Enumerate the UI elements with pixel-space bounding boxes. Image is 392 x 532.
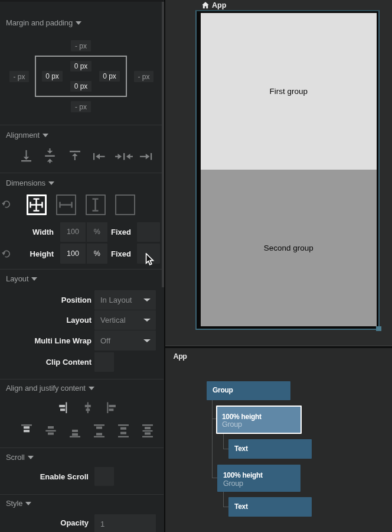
- section-header-alignment[interactable]: Alignment: [6, 131, 48, 140]
- breadcrumb[interactable]: App: [202, 1, 226, 9]
- justify-start-icon[interactable]: [21, 424, 32, 437]
- section-title: Align and justify content: [6, 384, 86, 392]
- clip-content-checkbox[interactable]: [94, 352, 114, 372]
- padding-right-input[interactable]: 0 px: [99, 71, 120, 82]
- align-items-right-icon[interactable]: [59, 402, 67, 414]
- width-label: Width: [0, 228, 54, 236]
- opacity-label: Opacity: [0, 518, 89, 527]
- opacity-value: 1: [100, 520, 104, 528]
- breadcrumb-label: App: [212, 1, 226, 9]
- margin-top-input[interactable]: - px: [71, 40, 91, 51]
- align-vertical-center-icon[interactable]: [45, 148, 55, 163]
- section-divider: [0, 494, 164, 495]
- node-group-first-selected[interactable]: 100% height Group: [216, 406, 302, 434]
- node-subtitle: Group: [222, 421, 300, 429]
- size-mode-none-button[interactable]: [115, 194, 136, 215]
- first-group[interactable]: First group: [201, 13, 377, 170]
- dropdown-caret-icon: [143, 299, 151, 301]
- section-header-layout[interactable]: Layout: [6, 274, 37, 283]
- node-group-second[interactable]: 100% height Group: [217, 465, 300, 492]
- node-subtitle: Group: [223, 480, 300, 488]
- app-window: Margin and padding - px - px - px - px 0…: [0, 0, 392, 532]
- clip-content-label: Clip Content: [0, 358, 92, 366]
- section-header-dimensions[interactable]: Dimensions: [6, 179, 54, 187]
- multi-line-wrap-label: Multi Line Wrap: [0, 336, 92, 345]
- size-mode-height-icon: [89, 198, 102, 212]
- collapse-caret-icon: [89, 387, 94, 390]
- padding-bottom-input[interactable]: 0 px: [70, 81, 92, 92]
- reset-size-mode-icon[interactable]: [2, 199, 11, 209]
- width-value-input[interactable]: 100: [60, 222, 86, 242]
- panel-top-edge: [0, 0, 164, 2]
- size-mode-width-button[interactable]: [56, 194, 77, 215]
- section-header-margin-padding[interactable]: Margin and padding: [6, 18, 81, 27]
- section-divider: [0, 447, 164, 448]
- position-dropdown[interactable]: In Layout: [94, 290, 156, 310]
- justify-space-evenly-icon[interactable]: [142, 424, 153, 437]
- node-title: 100% height: [222, 413, 300, 421]
- node-title: Group: [213, 387, 233, 395]
- justify-end-icon[interactable]: [70, 424, 80, 437]
- justify-space-between-icon[interactable]: [94, 424, 104, 437]
- align-items-left-icon[interactable]: [107, 402, 116, 414]
- frame-resize-handle[interactable]: [376, 326, 381, 332]
- collapse-caret-icon: [76, 21, 81, 25]
- align-left-icon[interactable]: [93, 153, 105, 161]
- opacity-input[interactable]: 1: [94, 514, 156, 532]
- margin-left-input[interactable]: - px: [9, 71, 29, 82]
- node-group-root[interactable]: Group: [207, 381, 290, 400]
- section-title: Margin and padding: [6, 18, 73, 27]
- section-title: Dimensions: [6, 179, 45, 187]
- collapse-caret-icon: [31, 277, 37, 281]
- height-value-input[interactable]: 100: [60, 244, 86, 264]
- section-title: Layout: [6, 274, 28, 283]
- home-icon: [202, 2, 209, 9]
- app-canvas-frame[interactable]: First group Second group: [195, 10, 380, 330]
- size-mode-both-icon: [30, 198, 43, 212]
- section-header-style[interactable]: Style: [6, 499, 31, 508]
- connector-line: [223, 492, 224, 507]
- dropdown-caret-icon: [143, 319, 151, 322]
- node-text-second[interactable]: Text: [228, 497, 312, 517]
- size-mode-height-button[interactable]: [86, 194, 106, 215]
- width-fixed-label: Fixed: [94, 228, 131, 236]
- enable-scroll-checkbox[interactable]: [94, 467, 114, 486]
- align-bottom-icon[interactable]: [21, 149, 31, 163]
- align-top-icon[interactable]: [70, 149, 80, 162]
- justify-space-around-icon[interactable]: [118, 424, 129, 437]
- section-title: Alignment: [6, 131, 40, 140]
- section-divider: [0, 379, 164, 379]
- node-text-first[interactable]: Text: [228, 439, 312, 459]
- width-fixed-checkbox[interactable]: [137, 222, 160, 242]
- dropdown-caret-icon: [143, 339, 151, 342]
- justify-center-icon[interactable]: [45, 424, 56, 437]
- collapse-caret-icon: [25, 502, 31, 505]
- position-label: Position: [0, 296, 92, 304]
- align-horizontal-center-icon[interactable]: [115, 153, 133, 161]
- margin-right-input[interactable]: - px: [134, 71, 153, 82]
- height-label: Height: [0, 249, 54, 258]
- padding-left-input[interactable]: 0 px: [42, 71, 63, 82]
- margin-bottom-input[interactable]: - px: [71, 101, 91, 112]
- connector-line: [223, 507, 228, 507]
- collapse-caret-icon: [28, 456, 34, 459]
- connector-line: [212, 400, 213, 478]
- node-title: Text: [234, 445, 248, 453]
- section-header-scroll[interactable]: Scroll: [6, 453, 34, 462]
- section-header-align-justify[interactable]: Align and justify content: [6, 384, 94, 392]
- layout-dropdown[interactable]: Vertical: [94, 310, 156, 330]
- second-group[interactable]: Second group: [201, 170, 377, 327]
- properties-panel: Margin and padding - px - px - px - px 0…: [0, 0, 164, 532]
- connector-line: [223, 434, 224, 449]
- app-canvas-content: First group Second group: [201, 13, 377, 327]
- align-right-icon[interactable]: [140, 153, 152, 161]
- align-items-center-icon[interactable]: [84, 402, 92, 414]
- size-mode-both-button[interactable]: [27, 194, 47, 215]
- padding-top-input[interactable]: 0 px: [70, 61, 92, 72]
- multi-line-wrap-dropdown[interactable]: Off: [94, 330, 156, 351]
- mouse-cursor: [145, 253, 155, 266]
- enable-scroll-label: Enable Scroll: [0, 472, 89, 481]
- section-divider: [0, 269, 164, 270]
- pane-divider-highlight: [165, 345, 392, 346]
- section-title: Style: [6, 499, 22, 508]
